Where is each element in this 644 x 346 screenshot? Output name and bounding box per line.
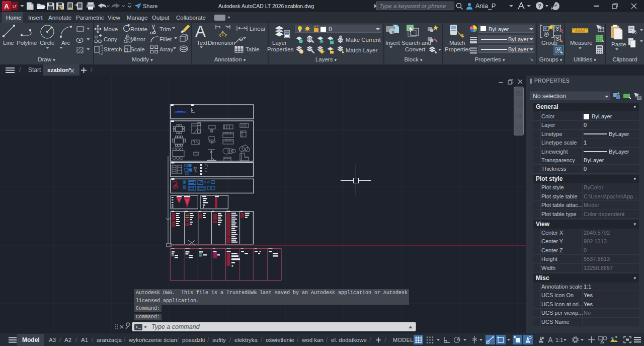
svg-text:?: ? [538,3,541,9]
